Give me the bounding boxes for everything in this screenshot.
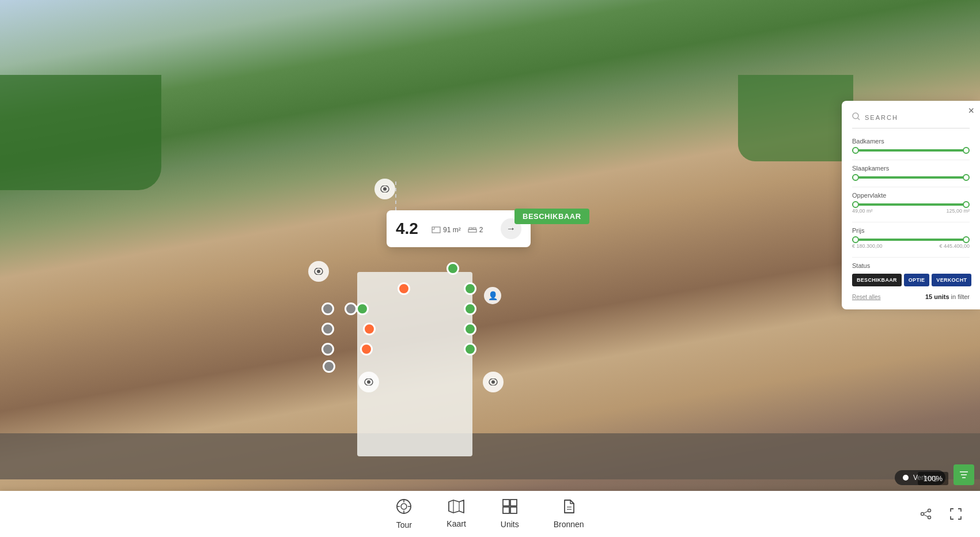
bronnen-label: Bronnen — [554, 520, 584, 529]
search-bar — [852, 112, 970, 128]
svg-line-15 — [858, 118, 860, 120]
reset-button[interactable]: Reset alles — [852, 294, 880, 300]
badkamers-thumb-right[interactable] — [963, 147, 970, 154]
search-icon — [852, 112, 860, 122]
unit-info: 91 m² 2 — [432, 224, 494, 234]
unit-dot-1[interactable] — [447, 262, 459, 275]
unit-dot-14[interactable] — [323, 360, 335, 373]
nav-kaart[interactable]: Kaart — [447, 500, 466, 528]
main-building — [357, 272, 472, 456]
svg-rect-8 — [432, 227, 440, 233]
unit-dot-4[interactable] — [321, 302, 334, 315]
unit-dot-7[interactable] — [464, 302, 476, 315]
status-filter: Status BESCHIKBAAR OPTIE VERKOCHT — [852, 262, 970, 286]
badkamers-track — [852, 149, 970, 152]
prijs-thumb-left[interactable] — [852, 236, 859, 243]
optie-button[interactable]: OPTIE — [904, 274, 930, 286]
badkamers-fill — [852, 149, 967, 152]
eye-button-4[interactable] — [483, 372, 504, 392]
panel-close-button[interactable]: × — [968, 105, 974, 116]
slaapkamers-thumb-left[interactable] — [852, 174, 859, 181]
beschikbaar-badge: BESCHIKBAAR — [514, 209, 589, 224]
slaapkamers-fill — [852, 176, 967, 179]
prijs-track — [852, 239, 970, 241]
eye-button-3[interactable] — [358, 372, 379, 392]
prijs-min: € 180.300,00 — [852, 243, 883, 249]
kaart-label: Kaart — [447, 519, 466, 528]
nav-bronnen[interactable]: Bronnen — [554, 499, 584, 529]
svg-point-14 — [853, 113, 858, 119]
svg-rect-28 — [503, 500, 509, 506]
verberg-dot — [903, 475, 909, 481]
oppervlakte-max: 125,00 m² — [946, 208, 970, 214]
tour-icon — [396, 498, 412, 518]
filter-icon-button[interactable] — [953, 464, 974, 485]
oppervlakte-thumb-right[interactable] — [963, 201, 970, 208]
svg-rect-31 — [510, 507, 517, 513]
unit-dot-9[interactable] — [363, 323, 376, 335]
eye-button-1[interactable] — [374, 179, 395, 199]
eye-button-2[interactable] — [308, 261, 329, 282]
bottom-nav-bar: Tour Kaart Units Bronnen — [0, 491, 980, 537]
bottom-bar-right — [915, 491, 966, 537]
oppervlakte-filter: Oppervlakte 49,00 m² 125,00 m² — [852, 192, 970, 214]
unit-dot-2[interactable] — [398, 282, 410, 295]
oppervlakte-thumb-left[interactable] — [852, 201, 859, 208]
svg-rect-12 — [469, 228, 472, 229]
connector-line — [395, 181, 396, 210]
prijs-thumb-right[interactable] — [963, 236, 970, 243]
badkamers-filter: Badkamers — [852, 138, 970, 152]
aerial-background: 👤 4.2 91 m² 2 → BESCHIKBAAR × — [0, 0, 980, 537]
svg-marker-25 — [449, 500, 464, 513]
prijs-fill — [852, 239, 967, 241]
badkamers-thumb-left[interactable] — [852, 147, 859, 154]
person-icon[interactable]: 👤 — [484, 287, 501, 304]
unit-dot-10[interactable] — [464, 323, 476, 335]
status-label: Status — [852, 262, 970, 269]
slaapkamers-label: Slaapkamers — [852, 165, 970, 172]
nav-units[interactable]: Units — [501, 499, 519, 529]
prijs-filter: Prijs € 180.300,00 € 445.400,00 — [852, 227, 970, 249]
fullscreen-button[interactable] — [945, 504, 966, 524]
unit-dot-5[interactable] — [345, 302, 357, 315]
unit-dot-3[interactable] — [464, 282, 476, 295]
tour-label: Tour — [396, 520, 412, 530]
unit-dot-12[interactable] — [360, 343, 373, 356]
search-input[interactable] — [865, 114, 970, 121]
svg-point-7 — [491, 380, 495, 384]
prijs-label: Prijs — [852, 227, 970, 234]
units-icon — [502, 499, 517, 517]
share-button[interactable] — [915, 504, 936, 524]
unit-details: 91 m² 2 — [432, 226, 494, 234]
slaapkamers-track — [852, 176, 970, 179]
svg-point-3 — [317, 270, 320, 273]
kaart-icon — [448, 500, 464, 517]
badkamers-label: Badkamers — [852, 138, 970, 145]
unit-dot-6[interactable] — [356, 302, 369, 315]
svg-point-20 — [401, 504, 407, 509]
unit-area: 91 m² — [432, 226, 461, 234]
green-area-left — [0, 75, 161, 190]
nav-tour[interactable]: Tour — [396, 498, 412, 530]
units-label: Units — [501, 520, 519, 529]
svg-point-5 — [367, 380, 370, 384]
slaapkamers-thumb-right[interactable] — [963, 174, 970, 181]
verkocht-button[interactable]: VERKOCHT — [932, 274, 971, 286]
prijs-max: € 445.400,00 — [939, 243, 970, 249]
unit-dot-8[interactable] — [321, 323, 334, 335]
beschikbaar-button[interactable]: BESCHIKBAAR — [852, 274, 902, 286]
filter-count: 15 units in filter — [925, 293, 970, 300]
unit-dot-11[interactable] — [321, 343, 334, 356]
panel-footer: Reset alles 15 units in filter — [852, 293, 970, 300]
svg-rect-29 — [510, 500, 517, 506]
svg-point-1 — [383, 187, 387, 191]
unit-dot-13[interactable] — [464, 343, 476, 356]
oppervlakte-track — [852, 203, 970, 206]
svg-rect-30 — [503, 507, 509, 513]
svg-rect-13 — [473, 228, 476, 229]
svg-point-34 — [928, 509, 931, 512]
unit-bedrooms: 2 — [468, 226, 483, 234]
svg-point-36 — [928, 516, 931, 519]
svg-rect-11 — [468, 229, 476, 232]
oppervlakte-min: 49,00 m² — [852, 208, 873, 214]
